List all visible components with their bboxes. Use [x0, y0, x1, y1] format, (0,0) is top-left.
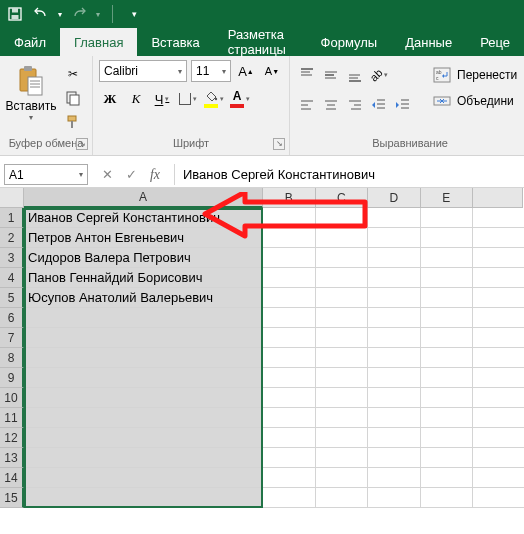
cell[interactable]	[473, 428, 524, 448]
cell[interactable]	[368, 348, 421, 368]
decrease-font-button[interactable]: A▼	[261, 60, 283, 82]
increase-font-button[interactable]: A▲	[235, 60, 257, 82]
align-middle-button[interactable]	[320, 64, 342, 86]
underline-button[interactable]: Ч▾	[151, 88, 173, 110]
align-right-button[interactable]	[344, 94, 366, 116]
cell[interactable]	[421, 488, 474, 508]
tab-page-layout[interactable]: Разметка страницы	[214, 28, 307, 56]
row-header[interactable]: 15	[0, 488, 24, 508]
tab-review[interactable]: Реце	[466, 28, 524, 56]
cell[interactable]	[263, 348, 316, 368]
cell[interactable]	[24, 328, 263, 348]
paste-button[interactable]: Вставить ▾	[6, 60, 56, 130]
fx-icon[interactable]: fx	[146, 166, 164, 184]
undo-icon[interactable]	[32, 5, 50, 23]
cell[interactable]	[421, 448, 474, 468]
borders-button[interactable]: ▾	[177, 88, 199, 110]
cell[interactable]	[368, 368, 421, 388]
cell[interactable]	[473, 408, 524, 428]
cell[interactable]	[368, 228, 421, 248]
italic-button[interactable]: К	[125, 88, 147, 110]
increase-indent-button[interactable]	[392, 94, 414, 116]
tab-formulas[interactable]: Формулы	[307, 28, 392, 56]
clipboard-dialog-launcher[interactable]: ↘	[76, 138, 88, 150]
cell[interactable]	[473, 448, 524, 468]
cell[interactable]	[263, 268, 316, 288]
cell[interactable]	[316, 348, 369, 368]
customize-qat-icon[interactable]: ▾	[125, 5, 143, 23]
cell[interactable]	[316, 388, 369, 408]
chevron-down-icon[interactable]: ▾	[79, 170, 83, 179]
undo-dropdown-icon[interactable]: ▾	[58, 10, 62, 19]
cell[interactable]	[368, 388, 421, 408]
cell[interactable]	[316, 308, 369, 328]
cell[interactable]	[24, 448, 263, 468]
cell[interactable]	[316, 248, 369, 268]
cell[interactable]: Иванов Сергей Константинович	[24, 208, 263, 228]
cell[interactable]	[473, 248, 524, 268]
tab-data[interactable]: Данные	[391, 28, 466, 56]
cell[interactable]	[421, 388, 474, 408]
redo-icon[interactable]	[70, 5, 88, 23]
cell[interactable]: Панов Геннайдий Борисович	[24, 268, 263, 288]
cell[interactable]	[368, 268, 421, 288]
cell[interactable]	[368, 328, 421, 348]
row-header[interactable]: 10	[0, 388, 24, 408]
align-left-button[interactable]	[296, 94, 318, 116]
cell[interactable]	[263, 248, 316, 268]
cell[interactable]	[473, 468, 524, 488]
col-header-B[interactable]: B	[263, 188, 316, 208]
col-header-next[interactable]	[473, 188, 523, 208]
cell[interactable]	[24, 488, 263, 508]
cell[interactable]	[473, 328, 524, 348]
row-header[interactable]: 8	[0, 348, 24, 368]
cell[interactable]	[368, 248, 421, 268]
wrap-text-button[interactable]: abc Перенести	[426, 64, 524, 86]
row-header[interactable]: 12	[0, 428, 24, 448]
copy-button[interactable]	[60, 88, 86, 108]
row-header[interactable]: 6	[0, 308, 24, 328]
decrease-indent-button[interactable]	[368, 94, 390, 116]
cell[interactable]	[421, 248, 474, 268]
cell[interactable]	[316, 268, 369, 288]
cell[interactable]	[421, 268, 474, 288]
font-dialog-launcher[interactable]: ↘	[273, 138, 285, 150]
col-header-D[interactable]: D	[368, 188, 421, 208]
cell[interactable]	[263, 448, 316, 468]
row-header[interactable]: 2	[0, 228, 24, 248]
save-icon[interactable]	[6, 5, 24, 23]
cell[interactable]	[421, 208, 474, 228]
format-painter-button[interactable]	[60, 112, 86, 132]
cell[interactable]	[473, 208, 524, 228]
cell[interactable]	[263, 228, 316, 248]
tab-insert[interactable]: Вставка	[137, 28, 213, 56]
cell[interactable]	[263, 368, 316, 388]
col-header-E[interactable]: E	[421, 188, 474, 208]
tab-home[interactable]: Главная	[60, 28, 137, 56]
cell[interactable]	[368, 408, 421, 428]
align-center-button[interactable]	[320, 94, 342, 116]
bold-button[interactable]: Ж	[99, 88, 121, 110]
font-color-button[interactable]: А▾	[229, 88, 251, 110]
cell[interactable]	[473, 348, 524, 368]
paste-dropdown-icon[interactable]: ▾	[29, 113, 33, 122]
cell[interactable]	[24, 368, 263, 388]
cell[interactable]: Сидоров Валера Петрович	[24, 248, 263, 268]
cell[interactable]	[263, 408, 316, 428]
cell[interactable]	[316, 288, 369, 308]
cell[interactable]	[263, 428, 316, 448]
cell[interactable]	[368, 488, 421, 508]
row-header[interactable]: 1	[0, 208, 24, 228]
cell[interactable]	[473, 308, 524, 328]
cell[interactable]	[421, 308, 474, 328]
cell[interactable]	[473, 488, 524, 508]
cell[interactable]	[24, 428, 263, 448]
font-name-combo[interactable]: Calibri▾	[99, 60, 187, 82]
col-header-C[interactable]: C	[316, 188, 369, 208]
row-header[interactable]: 11	[0, 408, 24, 428]
cell[interactable]	[421, 368, 474, 388]
cell[interactable]	[473, 368, 524, 388]
cell[interactable]	[316, 488, 369, 508]
merge-center-button[interactable]: Объедини	[426, 90, 524, 112]
cell[interactable]	[24, 468, 263, 488]
